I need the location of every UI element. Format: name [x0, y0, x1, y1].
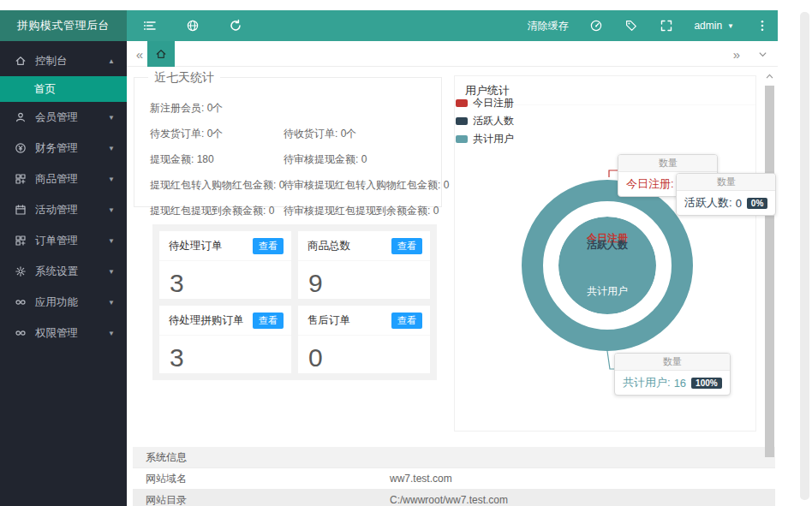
- legend-label: 今日注册: [473, 96, 514, 110]
- stat-item: 待发货订单: 0个: [150, 127, 284, 141]
- header-left-icons: [127, 19, 242, 33]
- app-logo: 拼购模式管理后台: [0, 10, 127, 41]
- fullscreen-icon[interactable]: [659, 19, 673, 33]
- legend-label: 活跃人数: [473, 114, 514, 128]
- sidebar-item-activity[interactable]: 活动管理▼: [0, 194, 127, 225]
- user-menu[interactable]: admin ▼: [694, 20, 734, 32]
- sidebar-item-label: 会员管理: [35, 110, 78, 125]
- system-info-row: 网站域名ww7.test.com: [133, 468, 775, 490]
- legend-item[interactable]: 活跃人数: [456, 114, 514, 128]
- week-stats-title: 近七天统计: [148, 70, 220, 86]
- tooltip-value: 16: [674, 377, 686, 390]
- refresh-icon[interactable]: [228, 19, 242, 33]
- sidebar-item-goods[interactable]: 商品管理▼: [0, 164, 127, 194]
- system-info-value: ww7.test.com: [390, 473, 452, 485]
- tabs-next-icon[interactable]: »: [728, 41, 745, 67]
- view-button[interactable]: 查看: [253, 313, 284, 329]
- sidebar-subitem-home[interactable]: 首页: [0, 76, 127, 102]
- sidebar-item-label: 活动管理: [35, 203, 78, 217]
- sidebar-item-label: 权限管理: [35, 326, 78, 341]
- sidebar-item-order[interactable]: 订单管理▼: [0, 225, 127, 256]
- label-line-red: [609, 170, 618, 177]
- view-button[interactable]: 查看: [253, 238, 284, 254]
- username: admin: [694, 20, 722, 32]
- system-info-label: 网站目录: [146, 493, 390, 506]
- tab-home[interactable]: [147, 41, 175, 67]
- chevron-down-icon: ▼: [108, 268, 115, 276]
- clear-cache-button[interactable]: 清除缓存: [527, 19, 568, 33]
- legend-item[interactable]: 共计用户: [456, 132, 514, 146]
- stat-item: 提现红包转入购物红包金额: 0: [150, 178, 284, 193]
- chevron-down-icon: ▼: [108, 237, 115, 245]
- view-button[interactable]: 查看: [391, 238, 422, 254]
- scroll-up-icon[interactable]: [764, 70, 775, 81]
- calendar-icon: [15, 204, 27, 217]
- tooltip-series-name: 数量: [618, 155, 717, 172]
- sidebar-item-label: 订单管理: [35, 234, 78, 248]
- tooltip-series-name: 数量: [615, 354, 730, 371]
- more-vertical-icon[interactable]: [755, 19, 769, 33]
- chart-legend: 今日注册活跃人数共计用户: [456, 96, 514, 150]
- stat-card: 待处理订单查看3: [159, 231, 291, 299]
- stat-row: 提现金额: 180待审核提现金额: 0: [150, 152, 441, 167]
- gear-icon: [15, 265, 27, 278]
- card-title: 待处理订单: [169, 239, 223, 253]
- card-value: 3: [159, 336, 291, 372]
- tooltip-label: 今日注册:: [626, 176, 674, 192]
- legend-swatch: [456, 99, 468, 107]
- sidebar-item-system[interactable]: 系统设置▼: [0, 256, 127, 287]
- tooltip-label: 活跃人数:: [684, 195, 732, 211]
- sidebar-toggle-icon[interactable]: [142, 19, 157, 33]
- content-scrollbar[interactable]: [764, 70, 775, 506]
- sidebar-item-member[interactable]: 会员管理▼: [0, 102, 127, 133]
- legend-swatch: [456, 117, 468, 125]
- stat-row: 提现红包提现到余额金额: 0待审核提现红包提现到余额金额: 0: [150, 204, 441, 218]
- legend-label: 共计用户: [473, 132, 514, 146]
- card-title: 售后订单: [307, 313, 350, 328]
- sidebar-item-app[interactable]: 应用功能▼: [0, 287, 127, 318]
- tag-icon[interactable]: [624, 19, 638, 33]
- scrollbar-thumb[interactable]: [765, 86, 774, 457]
- system-info-header: 系统信息: [133, 447, 775, 468]
- tooltip-value: 0: [736, 197, 742, 210]
- system-info-title: 系统信息: [146, 450, 187, 465]
- chevron-down-icon: ▼: [108, 299, 115, 307]
- view-button[interactable]: 查看: [391, 313, 422, 329]
- tooltip-label: 共计用户:: [623, 375, 671, 390]
- top-header: 清除缓存 admin ▼: [127, 10, 778, 41]
- chevron-down-icon: ▼: [108, 330, 115, 337]
- globe-icon[interactable]: [185, 19, 200, 33]
- browser-scrollbar[interactable]: [800, 12, 809, 500]
- tabs-collapse-icon[interactable]: «: [132, 41, 147, 67]
- stat-card: 待处理拼购订单查看3: [159, 306, 291, 373]
- chevron-down-icon: ▼: [108, 206, 115, 214]
- pie-center-label-total: 共计用户: [587, 284, 628, 299]
- sidebar-subitem-label: 首页: [34, 82, 56, 97]
- legend-item[interactable]: 今日注册: [456, 96, 514, 110]
- stat-item: 提现金额: 180: [150, 152, 284, 167]
- sidebar-item-console[interactable]: 控制台▲: [0, 45, 127, 76]
- sidebar: 拼购模式管理后台 控制台▲首页会员管理▼财务管理▼商品管理▼活动管理▼订单管理▼…: [0, 10, 127, 506]
- stat-item: 提现红包提现到余额金额: 0: [150, 204, 284, 218]
- legend-swatch: [456, 135, 468, 143]
- sidebar-item-label: 系统设置: [35, 265, 78, 279]
- chart-tooltip-2: 数量活跃人数:00%: [676, 173, 776, 216]
- sidebar-item-permission[interactable]: 权限管理▼: [0, 318, 127, 348]
- card-value: 9: [298, 261, 430, 298]
- card-title: 商品总数: [307, 239, 350, 253]
- user-stats-panel: 用户统计 今日注册活跃人数共计用户 今日注册 活跃人数 共计用户 数量今日注册:…: [454, 75, 756, 432]
- chevron-down-icon: ▼: [727, 22, 734, 30]
- gauge-icon[interactable]: [588, 19, 603, 33]
- stat-row: 提现红包转入购物红包金额: 0待审核提现红包转入购物红包金额: 0: [150, 178, 441, 193]
- sidebar-item-finance[interactable]: 财务管理▼: [0, 133, 127, 164]
- week-stats-panel: 近七天统计 新注册会员: 0个待发货订单: 0个待收货订单: 0个提现金额: 1…: [134, 77, 442, 207]
- chevron-up-icon: ▲: [108, 57, 115, 65]
- stat-item: 新注册会员: 0个: [150, 101, 223, 116]
- sidebar-menu: 控制台▲首页会员管理▼财务管理▼商品管理▼活动管理▼订单管理▼系统设置▼应用功能…: [0, 41, 127, 348]
- link-icon: [15, 327, 27, 340]
- tooltip-percent-badge: 100%: [691, 378, 722, 389]
- cubes-icon: [15, 173, 27, 186]
- house-icon: [15, 55, 27, 68]
- pie-inner-label-active: 活跃人数: [587, 238, 628, 253]
- tabs-dropdown-icon[interactable]: [754, 41, 771, 67]
